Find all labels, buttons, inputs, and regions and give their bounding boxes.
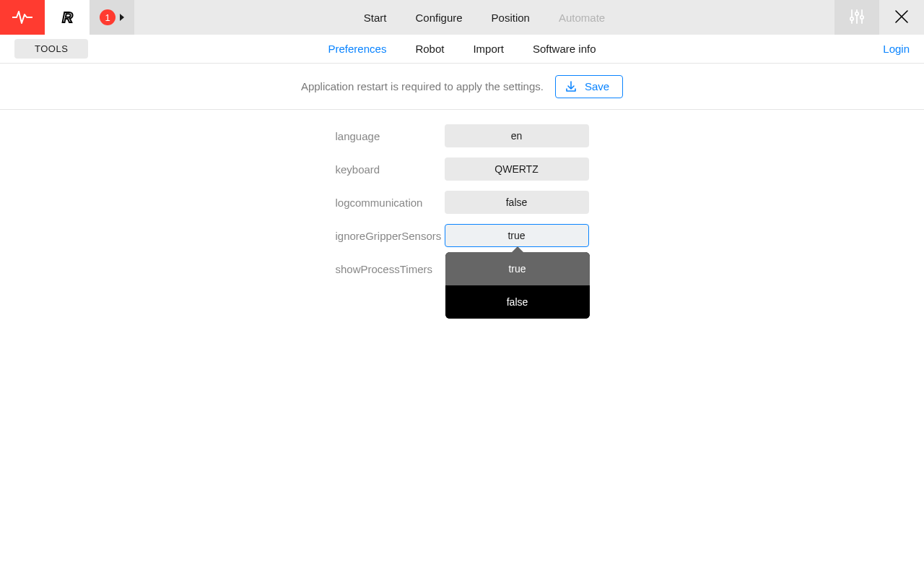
notification-badge: 1 [100,9,116,25]
svg-point-3 [850,17,853,20]
chevron-right-icon [120,14,124,21]
setting-label-keyboard: keyboard [336,163,444,176]
tab-preferences[interactable]: Preferences [328,43,387,55]
tools-button[interactable]: TOOLS [14,39,88,59]
setting-value-keyboard[interactable]: QWERTZ [445,158,589,181]
dropdown-option-label: true [508,263,526,275]
notifications-tile[interactable]: 1 [90,0,134,35]
setting-value-text: QWERTZ [494,163,538,175]
tab-robot[interactable]: Robot [415,43,444,55]
setting-label-logcommunication: logcommunication [336,197,444,209]
dropdown-popup: true false [445,252,590,319]
logo-tile[interactable]: R [45,0,90,35]
activity-icon [12,10,32,25]
save-button[interactable]: Save [555,75,623,98]
dropdown-option-false[interactable]: false [445,285,590,319]
sliders-icon [849,9,865,27]
setting-label-ignoregrippersensors: ignoreGripperSensors [336,230,444,242]
svg-point-5 [860,15,863,18]
sub-nav: Preferences Robot Import Software info [328,43,596,55]
nav-configure[interactable]: Configure [416,12,463,24]
dropdown-option-label: false [507,296,528,308]
svg-point-4 [855,12,858,14]
close-tile[interactable] [879,0,924,35]
setting-label-showprocesstimers: showProcessTimers [336,263,444,275]
info-row: Application restart is required to apply… [0,64,924,110]
setting-value-text: en [511,130,523,142]
dropdown-option-true[interactable]: true [445,252,590,285]
top-nav: Start Configure Position Automate [134,0,834,35]
app-logo-icon: R [62,9,71,26]
setting-value-logcommunication[interactable]: false [445,191,589,214]
nav-position[interactable]: Position [492,12,530,24]
nav-automate: Automate [559,12,605,24]
topbar: R 1 Start Configure Position Automate [0,0,924,35]
tab-import[interactable]: Import [473,43,504,55]
nav-start[interactable]: Start [364,12,387,24]
setting-value-text: true [507,230,525,241]
topbar-right [834,0,924,35]
setting-value-language[interactable]: en [445,124,589,147]
login-link[interactable]: Login [883,43,910,55]
notification-count: 1 [105,12,110,23]
save-button-label: Save [585,80,609,92]
settings-grid: language en keyboard QWERTZ logcommunica… [336,124,589,280]
settings-area: language en keyboard QWERTZ logcommunica… [0,110,924,280]
close-icon [894,9,910,27]
restart-message: Application restart is required to apply… [301,80,544,92]
status-tile[interactable] [0,0,45,35]
subbar: TOOLS Preferences Robot Import Software … [0,35,924,64]
tab-software-info[interactable]: Software info [533,43,596,55]
setting-value-ignoregrippersensors[interactable]: true true false [445,224,589,247]
download-icon [565,80,578,93]
setting-label-language: language [336,130,444,142]
setting-value-text: false [506,197,528,208]
settings-tile[interactable] [834,0,879,35]
